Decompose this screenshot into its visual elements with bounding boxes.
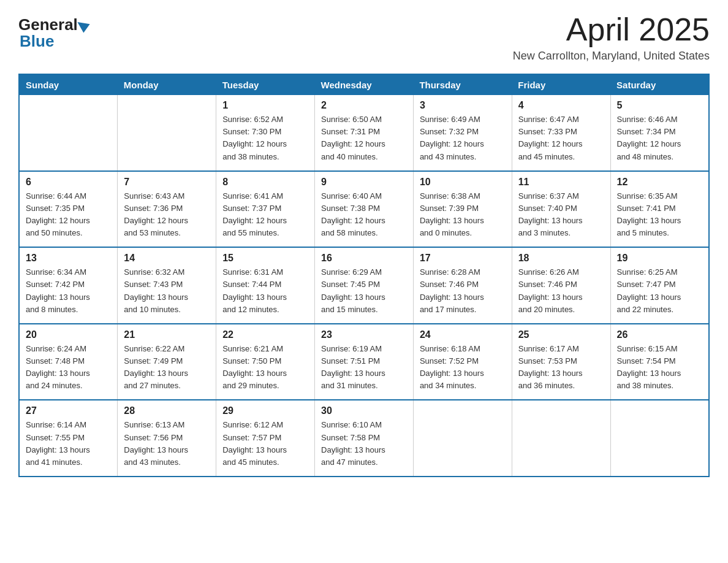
month-title: April 2025 [513, 12, 710, 47]
day-info: Sunrise: 6:21 AMSunset: 7:50 PMDaylight:… [222, 343, 308, 393]
day-number: 4 [518, 100, 604, 111]
calendar-week-row: 6Sunrise: 6:44 AMSunset: 7:35 PMDaylight… [19, 171, 709, 248]
calendar-cell: 18Sunrise: 6:26 AMSunset: 7:46 PMDayligh… [512, 247, 610, 324]
calendar-cell: 22Sunrise: 6:21 AMSunset: 7:50 PMDayligh… [216, 324, 315, 400]
day-number: 7 [124, 177, 210, 188]
day-info: Sunrise: 6:43 AMSunset: 7:36 PMDaylight:… [124, 190, 210, 240]
day-info: Sunrise: 6:34 AMSunset: 7:42 PMDaylight:… [26, 266, 111, 316]
calendar-cell: 20Sunrise: 6:24 AMSunset: 7:48 PMDayligh… [19, 324, 118, 400]
calendar-cell: 23Sunrise: 6:19 AMSunset: 7:51 PMDayligh… [315, 324, 414, 400]
day-number: 13 [26, 253, 111, 264]
weekday-header-friday: Friday [512, 74, 610, 95]
calendar-cell: 14Sunrise: 6:32 AMSunset: 7:43 PMDayligh… [118, 247, 216, 324]
day-info: Sunrise: 6:13 AMSunset: 7:56 PMDaylight:… [124, 419, 210, 469]
day-number: 16 [321, 253, 407, 264]
day-info: Sunrise: 6:50 AMSunset: 7:31 PMDaylight:… [321, 113, 407, 163]
day-info: Sunrise: 6:46 AMSunset: 7:34 PMDaylight:… [617, 113, 702, 163]
weekday-header-saturday: Saturday [610, 74, 709, 95]
title-block: April 2025 New Carrollton, Maryland, Uni… [513, 12, 710, 63]
logo: General Blue [18, 15, 90, 51]
day-info: Sunrise: 6:38 AMSunset: 7:39 PMDaylight:… [420, 190, 506, 240]
calendar-cell [118, 95, 216, 171]
calendar-cell: 15Sunrise: 6:31 AMSunset: 7:44 PMDayligh… [216, 247, 315, 324]
weekday-header-tuesday: Tuesday [216, 74, 315, 95]
day-info: Sunrise: 6:47 AMSunset: 7:33 PMDaylight:… [518, 113, 604, 163]
day-number: 5 [617, 100, 702, 111]
day-number: 21 [124, 329, 210, 340]
logo-wrapper: General Blue [18, 15, 90, 51]
day-number: 29 [222, 405, 308, 416]
calendar-week-row: 1Sunrise: 6:52 AMSunset: 7:30 PMDaylight… [19, 95, 709, 171]
day-number: 22 [222, 329, 308, 340]
day-info: Sunrise: 6:44 AMSunset: 7:35 PMDaylight:… [26, 190, 111, 240]
day-number: 3 [420, 100, 506, 111]
day-number: 20 [26, 329, 111, 340]
day-info: Sunrise: 6:22 AMSunset: 7:49 PMDaylight:… [124, 343, 210, 393]
calendar-cell [413, 400, 512, 477]
day-number: 27 [26, 405, 111, 416]
day-info: Sunrise: 6:14 AMSunset: 7:55 PMDaylight:… [26, 419, 111, 469]
day-number: 14 [124, 253, 210, 264]
calendar-cell: 26Sunrise: 6:15 AMSunset: 7:54 PMDayligh… [610, 324, 709, 400]
day-number: 26 [617, 329, 702, 340]
day-info: Sunrise: 6:49 AMSunset: 7:32 PMDaylight:… [420, 113, 506, 163]
weekday-header-sunday: Sunday [19, 74, 118, 95]
calendar-week-row: 27Sunrise: 6:14 AMSunset: 7:55 PMDayligh… [19, 400, 709, 477]
calendar-cell: 30Sunrise: 6:10 AMSunset: 7:58 PMDayligh… [315, 400, 414, 477]
calendar-cell: 17Sunrise: 6:28 AMSunset: 7:46 PMDayligh… [413, 247, 512, 324]
day-number: 6 [26, 177, 111, 188]
calendar-cell: 1Sunrise: 6:52 AMSunset: 7:30 PMDaylight… [216, 95, 315, 171]
page-header: General Blue April 2025 New Carrollton, … [18, 12, 710, 63]
day-info: Sunrise: 6:28 AMSunset: 7:46 PMDaylight:… [420, 266, 506, 316]
weekday-header-wednesday: Wednesday [315, 74, 414, 95]
day-number: 17 [420, 253, 506, 264]
calendar-cell: 12Sunrise: 6:35 AMSunset: 7:41 PMDayligh… [610, 171, 709, 248]
day-number: 24 [420, 329, 506, 340]
day-number: 11 [518, 177, 604, 188]
day-number: 2 [321, 100, 407, 111]
calendar-cell: 6Sunrise: 6:44 AMSunset: 7:35 PMDaylight… [19, 171, 118, 248]
calendar-week-row: 20Sunrise: 6:24 AMSunset: 7:48 PMDayligh… [19, 324, 709, 400]
calendar-cell: 25Sunrise: 6:17 AMSunset: 7:53 PMDayligh… [512, 324, 610, 400]
day-info: Sunrise: 6:15 AMSunset: 7:54 PMDaylight:… [617, 343, 702, 393]
day-info: Sunrise: 6:17 AMSunset: 7:53 PMDaylight:… [518, 343, 604, 393]
weekday-header-thursday: Thursday [413, 74, 512, 95]
calendar-cell: 5Sunrise: 6:46 AMSunset: 7:34 PMDaylight… [610, 95, 709, 171]
location: New Carrollton, Maryland, United States [513, 50, 710, 63]
day-info: Sunrise: 6:12 AMSunset: 7:57 PMDaylight:… [222, 419, 308, 469]
day-number: 1 [222, 100, 308, 111]
day-number: 9 [321, 177, 407, 188]
calendar-cell: 7Sunrise: 6:43 AMSunset: 7:36 PMDaylight… [118, 171, 216, 248]
day-info: Sunrise: 6:31 AMSunset: 7:44 PMDaylight:… [222, 266, 308, 316]
calendar-cell: 13Sunrise: 6:34 AMSunset: 7:42 PMDayligh… [19, 247, 118, 324]
calendar-cell: 24Sunrise: 6:18 AMSunset: 7:52 PMDayligh… [413, 324, 512, 400]
day-info: Sunrise: 6:32 AMSunset: 7:43 PMDaylight:… [124, 266, 210, 316]
day-number: 15 [222, 253, 308, 264]
calendar-cell: 9Sunrise: 6:40 AMSunset: 7:38 PMDaylight… [315, 171, 414, 248]
day-number: 12 [617, 177, 702, 188]
calendar-cell: 3Sunrise: 6:49 AMSunset: 7:32 PMDaylight… [413, 95, 512, 171]
calendar-cell [512, 400, 610, 477]
calendar-cell [19, 95, 118, 171]
day-info: Sunrise: 6:29 AMSunset: 7:45 PMDaylight:… [321, 266, 407, 316]
calendar-cell: 16Sunrise: 6:29 AMSunset: 7:45 PMDayligh… [315, 247, 414, 324]
day-info: Sunrise: 6:19 AMSunset: 7:51 PMDaylight:… [321, 343, 407, 393]
calendar-week-row: 13Sunrise: 6:34 AMSunset: 7:42 PMDayligh… [19, 247, 709, 324]
day-info: Sunrise: 6:41 AMSunset: 7:37 PMDaylight:… [222, 190, 308, 240]
day-info: Sunrise: 6:25 AMSunset: 7:47 PMDaylight:… [617, 266, 702, 316]
calendar-table: SundayMondayTuesdayWednesdayThursdayFrid… [18, 74, 710, 477]
calendar-cell: 27Sunrise: 6:14 AMSunset: 7:55 PMDayligh… [19, 400, 118, 477]
weekday-header-monday: Monday [118, 74, 216, 95]
calendar-cell: 11Sunrise: 6:37 AMSunset: 7:40 PMDayligh… [512, 171, 610, 248]
day-number: 30 [321, 405, 407, 416]
calendar-cell: 2Sunrise: 6:50 AMSunset: 7:31 PMDaylight… [315, 95, 414, 171]
calendar-cell: 10Sunrise: 6:38 AMSunset: 7:39 PMDayligh… [413, 171, 512, 248]
day-number: 19 [617, 253, 702, 264]
day-number: 28 [124, 405, 210, 416]
day-number: 10 [420, 177, 506, 188]
calendar-cell: 29Sunrise: 6:12 AMSunset: 7:57 PMDayligh… [216, 400, 315, 477]
day-number: 18 [518, 253, 604, 264]
day-info: Sunrise: 6:35 AMSunset: 7:41 PMDaylight:… [617, 190, 702, 240]
calendar-cell: 8Sunrise: 6:41 AMSunset: 7:37 PMDaylight… [216, 171, 315, 248]
day-info: Sunrise: 6:52 AMSunset: 7:30 PMDaylight:… [222, 113, 308, 163]
